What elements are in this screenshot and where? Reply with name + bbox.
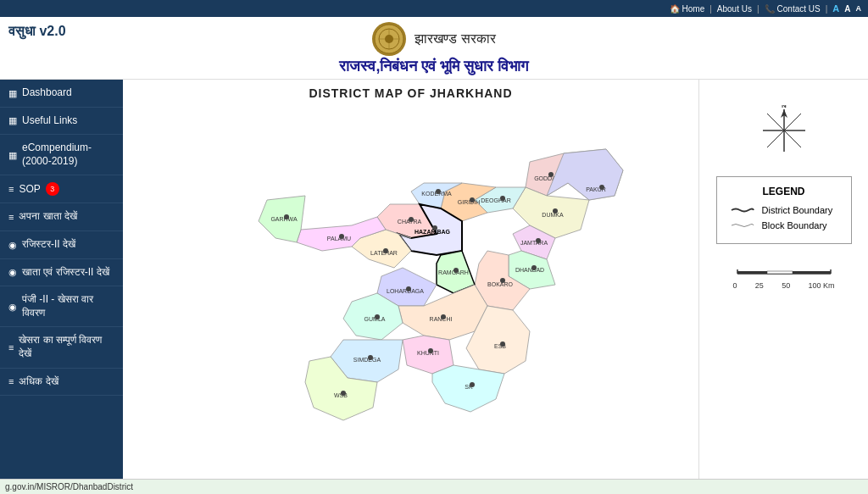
page-header: वसुधा v2.0 झारखण्ड सरकार राजस्व,निबंधन ए… (0, 17, 868, 80)
svg-text:SIMDEGA: SIMDEGA (353, 357, 381, 363)
svg-point-20 (500, 196, 505, 201)
jharkhand-map[interactable]: SAHIBGANJ GODDA PAKUR DUMKA (174, 119, 648, 484)
svg-point-74 (339, 234, 344, 239)
block-boundary-label: Block Boundary (762, 220, 827, 230)
svg-point-41 (432, 225, 437, 230)
block-boundary-line (730, 219, 755, 231)
top-nav: 🏠 Home | About Us | 📞 Contact US | A A A (0, 0, 868, 17)
svg-text:DUMKA: DUMKA (542, 212, 564, 218)
about-label: About Us (717, 4, 752, 14)
khesra-full-icon: ≡ (8, 341, 14, 353)
font-medium-button[interactable]: A (844, 4, 850, 14)
svg-point-23 (536, 238, 541, 243)
useful-links-label: Useful Links (22, 114, 77, 128)
home-icon: 🏠 (670, 4, 680, 14)
panji-icon: ◉ (8, 301, 17, 313)
legend-box: LEGEND District Boundary Block Boundary (716, 176, 852, 244)
contact-icon: 📞 (765, 4, 775, 14)
svg-text:DEOGHAR: DEOGHAR (481, 197, 510, 203)
svg-point-44 (453, 268, 459, 273)
svg-point-14 (599, 185, 604, 190)
svg-rect-90 (767, 271, 793, 274)
sidebar-item-useful-links[interactable]: ▦ Useful Links (0, 108, 123, 136)
svg-point-11 (548, 172, 554, 177)
sidebar: ▦ Dashboard ▦ Useful Links ▦ eCompendium… (0, 80, 123, 494)
svg-point-29 (531, 265, 537, 270)
sidebar-item-panji-ii[interactable]: ◉ पंजी -II - खेसरा वार विवरण (0, 286, 123, 327)
about-nav-item[interactable]: About Us (717, 4, 752, 14)
legend-title: LEGEND (730, 186, 838, 197)
khesra-full-label: खेसरा का सम्पूर्ण विवरण देखें (19, 334, 114, 360)
register-ii-icon: ◉ (8, 239, 17, 251)
home-label: Home (682, 4, 705, 14)
sidebar-item-dashboard[interactable]: ▦ Dashboard (0, 80, 123, 108)
sop-icon: ≡ (8, 183, 14, 195)
svg-point-35 (436, 189, 441, 194)
legend-item-district: District Boundary (730, 204, 838, 216)
sidebar-item-sop[interactable]: ≡ SOP 3 (0, 175, 123, 203)
svg-point-50 (406, 286, 411, 291)
sidebar-item-ecompendium[interactable]: ▦ eCompendium-(2000-2019) (0, 135, 123, 175)
district-boundary-label: District Boundary (762, 205, 833, 215)
sidebar-item-apna-khata[interactable]: ≡ अपना खाता देखें (0, 203, 123, 231)
svg-point-68 (500, 341, 505, 347)
useful-links-icon: ▦ (8, 114, 17, 126)
district-boundary-line (730, 204, 755, 216)
svg-point-59 (428, 348, 433, 353)
more-label: अधिक देखें (19, 375, 58, 389)
scale-label-100: 100 Km (808, 281, 834, 290)
vasudha-logo: वसुधा v2.0 (8, 24, 66, 39)
ecompendium-icon: ▦ (8, 149, 17, 161)
svg-rect-91 (793, 271, 831, 274)
sidebar-item-khesra-full[interactable]: ≡ खेसरा का सम्पूर्ण विवरण देखें (0, 327, 123, 368)
svg-text:LOHARDAGA: LOHARDAGA (387, 288, 424, 294)
scale-bar: 0 25 50 100 Km (729, 261, 839, 290)
svg-text:RAMGARH: RAMGARH (438, 269, 469, 275)
more-icon: ≡ (8, 375, 14, 387)
svg-text:GIRIDIH: GIRIDIH (457, 199, 479, 205)
status-url: g.gov.in/MISROR/DhanbadDistrict (5, 482, 133, 491)
main-layout: ▦ Dashboard ▦ Useful Links ▦ eCompendium… (0, 80, 868, 494)
sop-label: SOP (19, 183, 40, 197)
status-bar: g.gov.in/MISROR/DhanbadDistrict (0, 479, 868, 494)
khata-register-icon: ◉ (8, 266, 17, 278)
sop-badge: 3 (46, 182, 59, 196)
compass-container: N (759, 105, 810, 159)
svg-point-62 (368, 355, 373, 360)
svg-point-53 (441, 314, 446, 319)
register-ii-label: रजिस्टर-II देखें (22, 238, 75, 252)
legend-item-block: Block Boundary (730, 219, 838, 231)
scale-label-0: 0 (733, 281, 737, 290)
contact-nav-item[interactable]: 📞 Contact US (765, 4, 821, 14)
font-large-button[interactable]: A (832, 3, 839, 14)
nav-divider-1: | (709, 4, 712, 14)
svg-text:N: N (782, 105, 787, 109)
map-svg-container[interactable]: SAHIBGANJ GODDA PAKUR DUMKA (123, 103, 698, 494)
svg-point-71 (470, 382, 475, 387)
gov-logo (372, 22, 406, 56)
svg-text:HAZARIBAG: HAZARIBAG (415, 229, 451, 235)
svg-point-56 (375, 314, 380, 319)
scale-label-25: 25 (755, 281, 764, 290)
scale-label-50: 50 (782, 281, 790, 290)
svg-text:JAMTARA: JAMTARA (520, 240, 547, 246)
sidebar-item-more[interactable]: ≡ अधिक देखें (0, 369, 123, 397)
header-titles: झारखण्ड सरकार (415, 31, 495, 47)
apna-khata-icon: ≡ (8, 211, 14, 223)
dept-name: राजस्व,निबंधन एवं भूमि सुधार विभाग (339, 58, 528, 75)
content-area: DISTRICT MAP OF JHARKHAND SAHIBGANJ GODD… (123, 80, 868, 494)
compass-icon: N (759, 105, 810, 156)
map-title: DISTRICT MAP OF JHARKHAND (309, 86, 512, 100)
svg-text:DHANBAD: DHANBAD (515, 267, 543, 273)
svg-point-26 (470, 197, 475, 203)
svg-point-65 (341, 391, 346, 396)
svg-text:BOKARO: BOKARO (487, 281, 514, 287)
header-logo-row: झारखण्ड सरकार (372, 22, 495, 56)
svg-point-17 (553, 208, 558, 214)
svg-text:PALAMU: PALAMU (326, 236, 350, 241)
sidebar-item-khata-register[interactable]: ◉ खाता एवं रजिस्टर-II देखें (0, 259, 123, 287)
home-nav-item[interactable]: 🏠 Home (670, 4, 705, 14)
font-small-button[interactable]: A (856, 4, 862, 13)
svg-point-47 (383, 248, 388, 253)
sidebar-item-register-ii[interactable]: ◉ रजिस्टर-II देखें (0, 231, 123, 259)
